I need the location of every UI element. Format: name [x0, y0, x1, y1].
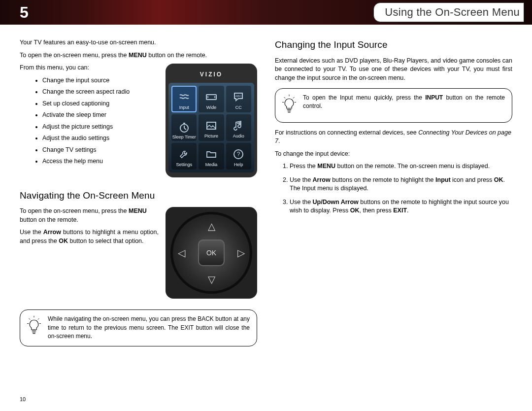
menu-item-picture: Picture [199, 114, 224, 141]
chapter-number: 5 [0, 3, 29, 22]
menu-item-settings: Settings [171, 143, 197, 170]
input-heading: Changing the Input Source [275, 38, 512, 52]
chapter-title-wrap: Using the On-Screen Menu [373, 0, 532, 25]
menu-item-media: Media [199, 143, 224, 170]
aspect-wide-icon [204, 91, 218, 103]
chapter-header: 5 Using the On-Screen Menu [0, 0, 532, 25]
menu-item-audio: Audio [226, 114, 251, 141]
tv-menu-figure: VIZIO Input Wide ABC CC [166, 64, 257, 177]
arrow-up-icon: △ [208, 219, 215, 233]
menu-item-input: Input [171, 86, 197, 112]
tv-brand-logo: VIZIO [168, 68, 254, 83]
nav-p2: Use the Arrow buttons to highlight a men… [20, 228, 163, 245]
input-p2: For instructions on connecting external … [275, 129, 512, 146]
svg-rect-3 [207, 122, 216, 129]
svg-text:?: ? [237, 151, 240, 158]
arrow-left-icon: ◁ [178, 246, 185, 260]
input-cable-icon [177, 91, 191, 103]
svg-text:ABC: ABC [235, 95, 242, 98]
step-3: Use the Up/Down Arrow buttons on the rem… [290, 198, 512, 215]
music-note-icon [232, 119, 245, 132]
sleep-clock-icon [177, 121, 191, 134]
right-column: Changing the Input Source External devic… [275, 38, 512, 346]
nav-heading: Navigating the On-Screen Menu [20, 189, 257, 203]
arrow-down-icon: ▽ [208, 273, 215, 286]
remote-dpad-figure: △ ▽ ◁ ▷ OK [166, 207, 257, 299]
tip-text: While navigating the on-screen menu, you… [48, 315, 250, 341]
input-p1: External devices such as DVD players, Bl… [275, 57, 512, 83]
tip-box-navigation: While navigating the on-screen menu, you… [20, 309, 257, 346]
cc-speech-icon: ABC [232, 91, 245, 103]
step-2: Use the Arrow buttons on the remote to h… [290, 176, 512, 193]
menu-item-help: ? Help [226, 143, 251, 170]
help-question-icon: ? [232, 148, 245, 161]
left-column: Your TV features an easy-to-use on-scree… [20, 38, 257, 346]
tip-text: To open the Input menu quickly, press th… [303, 94, 505, 111]
input-steps: Press the MENU button on the remote. The… [290, 162, 512, 215]
input-p3: To change the input device: [275, 150, 512, 159]
lightbulb-icon [280, 94, 298, 117]
chapter-title: Using the On-Screen Menu [385, 6, 520, 19]
tip-box-input: To open the Input menu quickly, press th… [275, 88, 512, 123]
ok-button-label: OK [198, 240, 225, 266]
wrench-icon [177, 148, 191, 161]
media-folder-icon [204, 148, 218, 161]
step-1: Press the MENU button on the remote. The… [290, 162, 512, 171]
intro-1: Your TV features an easy-to-use on-scree… [20, 38, 257, 47]
menu-item-cc: ABC CC [226, 86, 251, 112]
menu-item-sleep-timer: Sleep Timer [171, 114, 197, 141]
page-number: 10 [20, 396, 26, 402]
arrow-right-icon: ▷ [237, 246, 245, 260]
menu-item-wide: Wide [199, 86, 224, 112]
intro-2: To open the on-screen menu, press the ME… [20, 51, 257, 60]
lightbulb-icon [25, 315, 43, 339]
picture-frame-icon [204, 119, 218, 132]
